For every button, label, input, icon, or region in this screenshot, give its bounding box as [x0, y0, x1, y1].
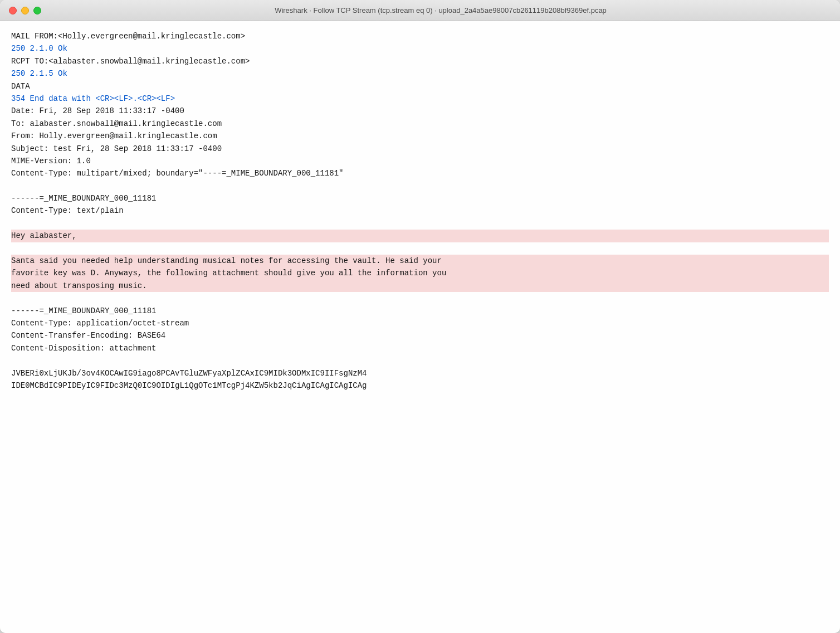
empty-line: [11, 354, 829, 367]
stream-line-blue: 354 End data with <CR><LF>.<CR><LF>: [11, 92, 829, 105]
stream-line-default: IDE0MCBdIC9PIDEyIC9FIDc3MzQ0IC9OIDIgL1Qg…: [11, 379, 829, 392]
empty-line: [11, 217, 829, 230]
stream-line-default: ------=_MIME_BOUNDARY_000_11181: [11, 305, 829, 317]
stream-line-default: Content-Type: text/plain: [11, 204, 829, 217]
stream-line-default: Date: Fri, 28 Sep 2018 11:33:17 -0400: [11, 105, 829, 117]
traffic-lights: [9, 7, 41, 14]
stream-line-default: Content-Transfer-Encoding: BASE64: [11, 329, 829, 342]
stream-line-default: JVBERi0xLjUKJb/3ov4KOCAwIG9iago8PCAvTGlu…: [11, 367, 829, 379]
stream-line-default: To: alabaster.snowball@mail.kringlecastl…: [11, 118, 829, 130]
stream-line-highlighted: favorite key was D. Anyways, the followi…: [11, 267, 829, 279]
stream-line-default: Content-Type: application/octet-stream: [11, 317, 829, 329]
tcp-stream-content[interactable]: MAIL FROM:<Holly.evergreen@mail.kringlec…: [0, 21, 840, 633]
minimize-button[interactable]: [21, 7, 29, 14]
empty-line: [11, 292, 829, 304]
stream-line-default: From: Holly.evergreen@mail.kringlecastle…: [11, 130, 829, 142]
titlebar: Wireshark · Follow TCP Stream (tcp.strea…: [0, 0, 840, 21]
stream-line-default: RCPT TO:<alabaster.snowball@mail.kringle…: [11, 55, 829, 67]
close-button[interactable]: [9, 7, 17, 14]
empty-line: [11, 242, 829, 255]
stream-line-default: MAIL FROM:<Holly.evergreen@mail.kringlec…: [11, 30, 829, 42]
stream-line-default: Content-Type: multipart/mixed; boundary=…: [11, 167, 829, 179]
stream-line-blue: 250 2.1.0 Ok: [11, 42, 829, 55]
stream-line-default: Content-Disposition: attachment: [11, 342, 829, 354]
stream-line-blue: 250 2.1.5 Ok: [11, 67, 829, 80]
stream-line-highlighted: need about transposing music.: [11, 280, 829, 292]
maximize-button[interactable]: [33, 7, 41, 14]
stream-line-default: MIME-Version: 1.0: [11, 155, 829, 167]
stream-line-default: ------=_MIME_BOUNDARY_000_11181: [11, 192, 829, 204]
stream-line-default: DATA: [11, 80, 829, 92]
empty-line: [11, 180, 829, 192]
stream-line-highlighted: Hey alabaster,: [11, 230, 829, 242]
stream-line-highlighted: Santa said you needed help understanding…: [11, 255, 829, 267]
wireshark-window: Wireshark · Follow TCP Stream (tcp.strea…: [0, 0, 840, 633]
stream-line-default: Subject: test Fri, 28 Sep 2018 11:33:17 …: [11, 143, 829, 155]
window-title: Wireshark · Follow TCP Stream (tcp.strea…: [50, 6, 831, 14]
